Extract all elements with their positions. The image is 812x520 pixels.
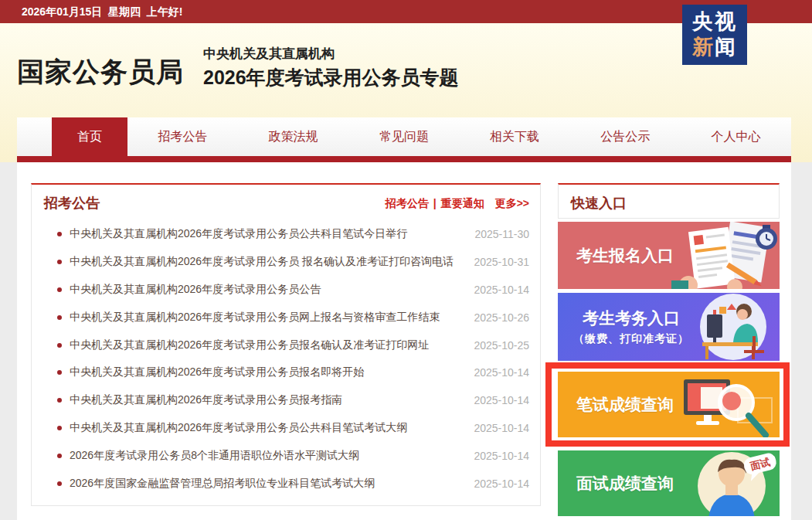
main-nav: 首页 招考公告 政策法规 常见问题 相关下载 公告公示 个人中心 [17, 117, 791, 156]
tab-personal-center[interactable]: 个人中心 [681, 117, 791, 156]
tab-public-notices[interactable]: 公告公示 [570, 117, 681, 156]
bullet-icon [57, 398, 62, 403]
item-title[interactable]: 中央机关及其直属机构2026年度考试录用公务员公告 [70, 283, 464, 297]
bullet-icon [57, 315, 62, 320]
list-item[interactable]: 中央机关及其直属机构2026年度考试录用公务员公告2025-10-14 [44, 276, 529, 304]
magnifier-icon [719, 386, 766, 435]
button-label: 笔试成绩查询 [576, 394, 674, 416]
bullet-icon [57, 454, 62, 458]
announcements-links: 招考公告|重要通知更多>> [386, 197, 529, 211]
button-label: 面试成绩查询 [576, 473, 674, 495]
desk-computer-illustration [679, 293, 780, 361]
item-date: 2025-10-31 [474, 256, 529, 268]
item-title[interactable]: 中央机关及其直属机构2026年度考试录用公务员公共科目笔试今日举行 [70, 227, 465, 241]
list-item[interactable]: 2026年度考试录用公务员8个非通用语职位外语水平测试大纲2025-10-14 [44, 442, 529, 470]
list-item[interactable]: 中央机关及其直属机构2026年度考试录用公务员 报名确认及准考证打印咨询电话20… [44, 248, 529, 276]
list-item[interactable]: 中央机关及其直属机构2026年度考试录用公务员报考指南2025-10-14 [44, 386, 529, 414]
tab-downloads[interactable]: 相关下载 [460, 117, 570, 156]
item-title[interactable]: 中央机关及其直属机构2026年度考试录用公务员报名确认及准考证打印网址 [70, 338, 464, 352]
tab-home[interactable]: 首页 [52, 117, 127, 156]
item-title[interactable]: 2026年度考试录用公务员8个非通用语职位外语水平测试大纲 [70, 449, 464, 463]
announcements-panel: 招考公告 招考公告|重要通知更多>> 中央机关及其直属机构2026年度考试录用公… [31, 183, 541, 506]
logo-line2: 新闻 [682, 35, 747, 60]
bullet-icon [57, 343, 62, 348]
quick-entry-panel-header: 快速入口 [558, 183, 780, 219]
exam-affairs-entry-button[interactable]: 考生考务入口（缴费、打印准考证） [558, 293, 780, 361]
item-date: 2025-10-14 [474, 284, 529, 296]
item-date: 2025-11-30 [474, 228, 529, 240]
list-item[interactable]: 2026年度国家金融监督管理总局招考职位专业科目笔试考试大纲2025-10-14 [44, 470, 529, 498]
item-date: 2025-10-14 [474, 366, 529, 379]
header-subtitle-line2: 2026年度考试录用公务员专题 [203, 65, 459, 90]
page: 2026年01月15日 星期四 上午好! 央视 新闻 国家公务员局 中央机关及其… [0, 0, 812, 520]
list-item[interactable]: 中央机关及其直属机构2026年度考试录用公务员报名即将开始2025-10-14 [44, 359, 529, 387]
filter-recruit-announcements[interactable]: 招考公告 [386, 197, 429, 209]
header-subtitle-line1: 中央机关及其直属机构 [203, 45, 335, 63]
interview-score-lookup-button[interactable]: 面试 面试成绩查询 [558, 450, 780, 516]
button-main-label: 考生考务入口 [583, 309, 680, 327]
item-title[interactable]: 中央机关及其直属机构2026年度考试录用公务员网上报名与资格审查工作结束 [70, 311, 464, 325]
list-item[interactable]: 中央机关及其直属机构2026年度考试录用公务员公共科目笔试考试大纲2025-10… [44, 414, 529, 442]
written-score-lookup-button[interactable]: 笔试成绩查询 [558, 372, 780, 437]
button-label: 考生报名入口 [576, 245, 674, 267]
bullet-icon [57, 426, 62, 430]
tab-faq[interactable]: 常见问题 [348, 117, 459, 156]
quick-entry-title: 快速入口 [571, 194, 779, 212]
candidate-registration-entry-button[interactable]: 考生报名入口 [558, 222, 780, 289]
item-title[interactable]: 2026年度国家金融监督管理总局招考职位专业科目笔试考试大纲 [70, 477, 464, 491]
item-date: 2025-10-14 [474, 422, 529, 434]
bullet-icon [57, 232, 62, 236]
item-title[interactable]: 中央机关及其直属机构2026年度考试录用公务员 报名确认及准考证打印咨询电话 [70, 255, 464, 269]
item-date: 2025-10-14 [474, 394, 529, 406]
interview-person-illustration: 面试 [664, 450, 780, 516]
tab-policies[interactable]: 政策法规 [238, 117, 348, 156]
item-date: 2025-10-25 [474, 339, 529, 352]
item-date: 2025-10-14 [474, 450, 529, 462]
nav-spacer [17, 117, 52, 156]
list-item[interactable]: 中央机关及其直属机构2026年度考试录用公务员报名确认及准考证打印网址2025-… [44, 331, 529, 359]
tab-recruit-announcements[interactable]: 招考公告 [127, 117, 238, 156]
list-item[interactable]: 中央机关及其直属机构2026年度考试录用公务员网上报名与资格审查工作结束2025… [44, 304, 529, 331]
logo-line1: 央视 [682, 9, 747, 35]
bullet-icon [57, 370, 62, 375]
filter-important-notices[interactable]: 重要通知 [441, 197, 484, 209]
item-title[interactable]: 中央机关及其直属机构2026年度考试录用公务员报考指南 [70, 393, 464, 407]
logo-rest-char: 闻 [715, 36, 737, 59]
announcements-header: 招考公告 招考公告|重要通知更多>> [32, 185, 540, 220]
item-date: 2025-10-14 [474, 478, 529, 490]
more-link[interactable]: 更多>> [495, 197, 529, 209]
item-title[interactable]: 中央机关及其直属机构2026年度考试录用公务员公共科目笔试考试大纲 [70, 421, 464, 435]
bullet-icon [57, 481, 62, 486]
button-label: 考生考务入口（缴费、打印准考证） [573, 308, 689, 346]
bullet-icon [57, 287, 62, 292]
nav-underline-strip [17, 156, 791, 162]
item-title[interactable]: 中央机关及其直属机构2026年度考试录用公务员报名即将开始 [70, 365, 464, 379]
item-date: 2025-10-26 [474, 311, 529, 324]
list-item[interactable]: 中央机关及其直属机构2026年度考试录用公务员公共科目笔试今日举行2025-11… [44, 220, 529, 248]
logo-highlight-char: 新 [692, 36, 715, 59]
button-sub-label: （缴费、打印准考证） [573, 332, 689, 346]
cctv-news-logo: 央视 新闻 [682, 5, 747, 65]
bullet-icon [57, 260, 62, 264]
score-search-illustration [664, 372, 780, 437]
announcements-list: 中央机关及其直属机构2026年度考试录用公务员公共科目笔试今日举行2025-11… [44, 220, 529, 498]
announcements-title: 招考公告 [44, 194, 100, 212]
filter-separator: | [433, 197, 437, 209]
site-title: 国家公务员局 [17, 54, 184, 90]
